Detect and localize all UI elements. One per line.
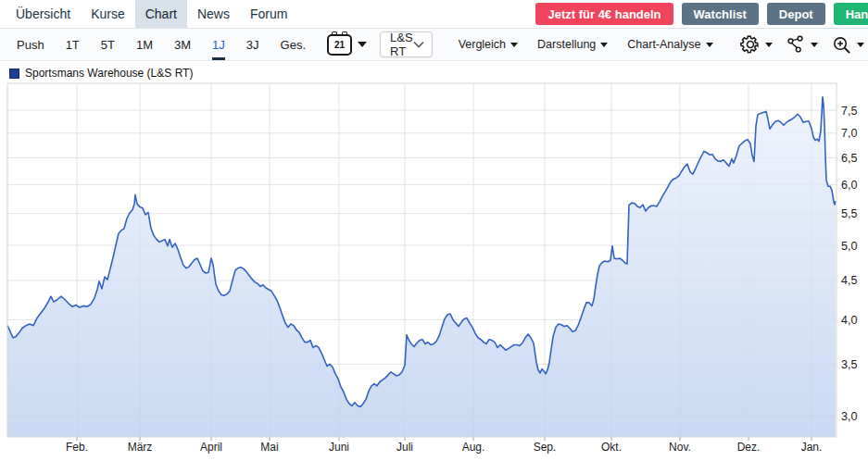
period-ges[interactable]: Ges. — [281, 30, 306, 60]
legend-label: Sportsmans Warehouse (L&S RT) — [25, 67, 193, 80]
x-tick-label: Jan. — [801, 441, 823, 454]
share-button[interactable] — [786, 34, 818, 55]
nav-item-news[interactable]: News — [187, 0, 240, 28]
nav-action-buttons: Jetzt für 4€ handeln Watchlist Depot Han… — [535, 3, 868, 25]
main-nav: Übersicht Kurse Chart News Forum Jetzt f… — [0, 0, 868, 28]
y-tick-label: 4,0 — [841, 314, 857, 327]
x-tick-label: Sep. — [534, 441, 557, 454]
toolbar-icons — [733, 34, 868, 56]
chevron-down-icon — [510, 43, 518, 47]
settings-button[interactable] — [740, 34, 773, 55]
x-tick-label: Juli — [396, 441, 413, 454]
zoom-button[interactable] — [831, 34, 864, 56]
nav-item-uebersicht[interactable]: Übersicht — [6, 0, 81, 28]
chevron-down-icon — [600, 43, 608, 47]
calendar-icon: 21 — [327, 34, 352, 56]
menu-darstellung[interactable]: Darstellung — [537, 38, 608, 51]
x-tick-label: April — [200, 441, 222, 454]
x-tick-label: Dez. — [737, 441, 761, 454]
x-tick-label: Aug. — [462, 441, 485, 454]
period-3j[interactable]: 3J — [246, 30, 259, 60]
y-tick-label: 7,5 — [841, 105, 857, 118]
period-1m[interactable]: 1M — [136, 30, 153, 60]
x-tick-label: Okt. — [601, 441, 622, 454]
x-tick-label: März — [128, 441, 153, 454]
period-5t[interactable]: 5T — [101, 30, 115, 60]
gear-icon — [740, 34, 761, 55]
chevron-down-icon — [811, 43, 818, 47]
y-tick-label: 3,0 — [841, 410, 857, 423]
period-1j[interactable]: 1J — [212, 30, 225, 60]
legend-swatch — [9, 69, 19, 79]
x-tick-label: Nov. — [669, 441, 691, 454]
period-3m[interactable]: 3M — [174, 30, 191, 60]
share-icon — [786, 34, 806, 55]
nav-item-kurse[interactable]: Kurse — [81, 0, 135, 28]
zoom-in-icon — [831, 34, 852, 56]
chevron-down-icon — [765, 43, 773, 47]
chart-section: Sportsmans Warehouse (L&S RT) 7,57,06,56… — [0, 61, 868, 461]
x-tick-label: Juni — [329, 441, 349, 454]
x-tick-label: Mai — [260, 441, 278, 454]
menu-vergleich[interactable]: Vergleich — [459, 38, 518, 51]
chevron-down-icon — [413, 41, 424, 48]
nav-item-chart[interactable]: Chart — [135, 0, 187, 28]
chevron-down-icon — [706, 43, 713, 47]
handeln-button[interactable]: Handeln — [834, 3, 868, 25]
date-range-picker[interactable]: 21 — [327, 34, 367, 56]
instrument-select[interactable]: L&S RT — [380, 31, 433, 57]
y-tick-label: 6,5 — [841, 152, 857, 165]
menu-chart-analyse[interactable]: Chart-Analyse — [627, 38, 712, 51]
watchlist-button[interactable]: Watchlist — [682, 3, 759, 25]
period-1t[interactable]: 1T — [66, 30, 80, 60]
x-tick-label: Feb. — [66, 441, 88, 454]
depot-button[interactable]: Depot — [767, 3, 825, 25]
nav-item-forum[interactable]: Forum — [240, 0, 297, 28]
price-chart[interactable]: 7,57,06,56,05,55,04,54,03,53,0Feb.MärzAp… — [0, 61, 868, 461]
y-tick-label: 4,5 — [841, 274, 857, 287]
y-tick-label: 7,0 — [841, 127, 857, 140]
y-tick-label: 6,0 — [841, 179, 857, 192]
period-push[interactable]: Push — [17, 30, 44, 60]
y-tick-label: 5,5 — [841, 207, 857, 220]
y-tick-label: 3,5 — [841, 358, 857, 371]
chevron-down-icon — [358, 42, 367, 47]
chart-legend: Sportsmans Warehouse (L&S RT) — [9, 67, 193, 80]
chevron-down-icon — [857, 43, 864, 47]
chart-toolbar: Push 1T 5T 1M 3M 1J 3J Ges. 21 L&S RT Ve… — [0, 28, 868, 61]
trade-button[interactable]: Jetzt für 4€ handeln — [535, 3, 673, 25]
y-tick-label: 5,0 — [841, 240, 857, 253]
